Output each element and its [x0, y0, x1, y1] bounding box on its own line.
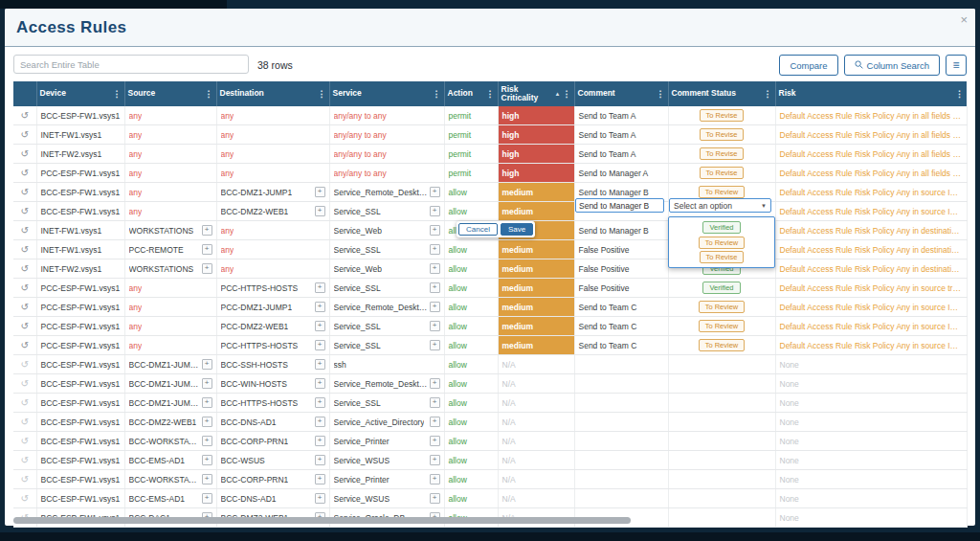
history-icon[interactable]: ↺	[21, 455, 29, 465]
comment-status-cell[interactable]: Verified	[668, 279, 775, 298]
column-menu-icon[interactable]: ⋮	[955, 89, 964, 99]
history-icon[interactable]: ↺	[21, 206, 29, 216]
expand-plus-icon[interactable]: +	[315, 321, 325, 331]
expand-plus-icon[interactable]: +	[202, 417, 212, 427]
comment-cell[interactable]: Send to Team A	[574, 145, 668, 164]
table-row[interactable]: ↺ BCC-ESP-FW1.vsys1 BCC-DMZ1-JUMP1+ BCC-…	[13, 394, 967, 413]
comment-cell[interactable]: Send to Team C	[574, 317, 668, 336]
comment-cell[interactable]: Send to Team A	[574, 106, 668, 125]
table-row[interactable]: ↺ BCC-ESP-FW1.vsys1 any+ BCC-DMZ2-WEB1+ …	[13, 202, 967, 221]
table-row[interactable]: ↺ PCC-ESP-FW1.vsys1 any+ PCC-HTTPS-HOSTS…	[13, 279, 967, 298]
expand-plus-icon[interactable]: +	[430, 436, 440, 446]
history-icon[interactable]: ↺	[21, 168, 29, 178]
history-icon[interactable]: ↺	[21, 129, 29, 140]
comment-status-cell[interactable]: To Review	[668, 336, 775, 355]
expand-plus-icon[interactable]: +	[202, 493, 212, 504]
col-header-risk-criticality[interactable]: Risk Criticality▲⋮	[498, 81, 574, 106]
expand-plus-icon[interactable]: +	[430, 206, 440, 216]
history-icon[interactable]: ↺	[21, 436, 29, 446]
table-row[interactable]: ↺ PCC-ESP-FW1.vsys1 any+ PCC-DMZ1-JUMP1+…	[13, 298, 967, 317]
history-icon[interactable]: ↺	[21, 493, 29, 504]
comment-cell[interactable]: Send to Team A	[574, 125, 668, 145]
history-icon[interactable]: ↺	[21, 417, 29, 427]
column-menu-icon[interactable]: ⋮	[113, 89, 122, 99]
comment-status-cell[interactable]: To Review	[668, 317, 775, 336]
column-menu-icon[interactable]: ⋮	[563, 89, 571, 99]
expand-plus-icon[interactable]: +	[430, 263, 440, 274]
expand-plus-icon[interactable]: +	[315, 474, 325, 485]
expand-plus-icon[interactable]: +	[315, 493, 325, 504]
col-header-service[interactable]: Service⋮	[329, 81, 444, 106]
comment-status-cell[interactable]: To Revise	[668, 125, 775, 145]
history-icon[interactable]: ↺	[21, 321, 29, 331]
comment-edit-input[interactable]	[575, 198, 664, 213]
save-button[interactable]: Save	[501, 223, 533, 236]
horizontal-scrollbar[interactable]	[13, 517, 631, 524]
search-input[interactable]	[13, 55, 249, 74]
expand-plus-icon[interactable]: +	[315, 340, 325, 350]
expand-plus-icon[interactable]: +	[202, 436, 212, 446]
expand-plus-icon[interactable]: +	[315, 206, 325, 216]
expand-plus-icon[interactable]: +	[202, 225, 212, 236]
history-icon[interactable]: ↺	[21, 263, 29, 274]
comment-cell[interactable]	[574, 413, 668, 432]
expand-plus-icon[interactable]: +	[202, 397, 212, 408]
history-icon[interactable]: ↺	[21, 244, 29, 255]
comment-status-cell[interactable]: To Revise	[668, 145, 775, 164]
expand-plus-icon[interactable]: +	[202, 455, 212, 465]
table-row[interactable]: ↺ PCC-ESP-FW1.vsys1 any+ PCC-DMZ2-WEB1+ …	[13, 317, 967, 336]
table-row[interactable]: ↺ INET-FW1.vsys1 any+ any+ any/any to an…	[13, 125, 967, 145]
column-menu-icon[interactable]: ⋮	[433, 89, 441, 99]
comment-cell[interactable]: Send to Manager A	[574, 164, 668, 183]
comment-cell[interactable]: Send to Manager B	[574, 221, 668, 240]
expand-plus-icon[interactable]: +	[315, 302, 325, 312]
expand-plus-icon[interactable]: +	[202, 474, 212, 485]
expand-plus-icon[interactable]: +	[315, 187, 325, 197]
expand-plus-icon[interactable]: +	[430, 397, 440, 408]
col-header-action[interactable]: Action⋮	[444, 81, 498, 106]
comment-status-cell[interactable]	[668, 374, 775, 394]
comment-status-cell[interactable]: To Review	[668, 298, 775, 317]
expand-plus-icon[interactable]: +	[315, 282, 325, 293]
status-select[interactable]: Select an option ▼	[669, 198, 771, 213]
comment-status-cell[interactable]	[668, 470, 775, 489]
expand-plus-icon[interactable]: +	[315, 417, 325, 427]
expand-plus-icon[interactable]: +	[430, 378, 440, 389]
expand-plus-icon[interactable]: +	[430, 282, 440, 293]
expand-plus-icon[interactable]: +	[202, 263, 212, 274]
comment-cell[interactable]: False Positive	[574, 259, 668, 279]
expand-plus-icon[interactable]: +	[315, 455, 325, 465]
history-icon[interactable]: ↺	[21, 359, 29, 370]
comment-cell[interactable]: False Positive	[574, 240, 668, 259]
col-header-comment-status[interactable]: Comment Status⋮	[668, 81, 775, 106]
comment-cell[interactable]	[574, 374, 668, 394]
expand-plus-icon[interactable]: +	[430, 417, 440, 427]
table-row[interactable]: ↺ PCC-ESP-FW1.vsys1 any+ any+ any/any to…	[13, 164, 967, 183]
history-icon[interactable]: ↺	[21, 148, 29, 159]
comment-cell[interactable]	[574, 394, 668, 413]
col-header-risk[interactable]: Risk⋮	[775, 81, 967, 106]
table-row[interactable]: ↺ BCC-ESP-FW1.vsys1 BCC-WORKSTATIONS+ BC…	[13, 470, 967, 489]
table-row[interactable]: ↺ INET-FW2.vsys1 WORKSTATIONS+ any+ Serv…	[13, 259, 967, 279]
table-row[interactable]: ↺ INET-FW2.vsys1 any+ any+ any/any to an…	[13, 145, 967, 164]
dropdown-option-to-revise[interactable]: To Revise	[700, 251, 745, 263]
history-icon[interactable]: ↺	[21, 187, 29, 197]
column-menu-icon[interactable]: ⋮	[318, 89, 326, 99]
table-row[interactable]: ↺ BCC-ESP-FW1.vsys1 BCC-DMZ1-JUMP1+ BCC-…	[13, 355, 967, 374]
column-menu-icon[interactable]: ⋮	[764, 89, 772, 99]
expand-plus-icon[interactable]: +	[430, 474, 440, 485]
comment-cell[interactable]	[574, 355, 668, 374]
table-row[interactable]: ↺ INET-FW1.vsys1 PCC-REMOTE+ any+ Servic…	[13, 240, 967, 259]
comment-status-cell[interactable]	[668, 508, 775, 528]
history-icon[interactable]: ↺	[21, 474, 29, 485]
history-icon[interactable]: ↺	[21, 378, 29, 389]
column-menu-icon[interactable]: ⋮	[657, 89, 665, 99]
comment-cell[interactable]	[574, 470, 668, 489]
comment-status-cell[interactable]: To Revise	[668, 106, 775, 125]
expand-plus-icon[interactable]: +	[202, 244, 212, 255]
cancel-button[interactable]: Cancel	[458, 223, 498, 236]
expand-plus-icon[interactable]: +	[202, 378, 212, 389]
expand-plus-icon[interactable]: +	[430, 244, 440, 255]
dropdown-option-to-review[interactable]: To Review	[699, 237, 746, 249]
comment-status-cell[interactable]	[668, 489, 775, 508]
